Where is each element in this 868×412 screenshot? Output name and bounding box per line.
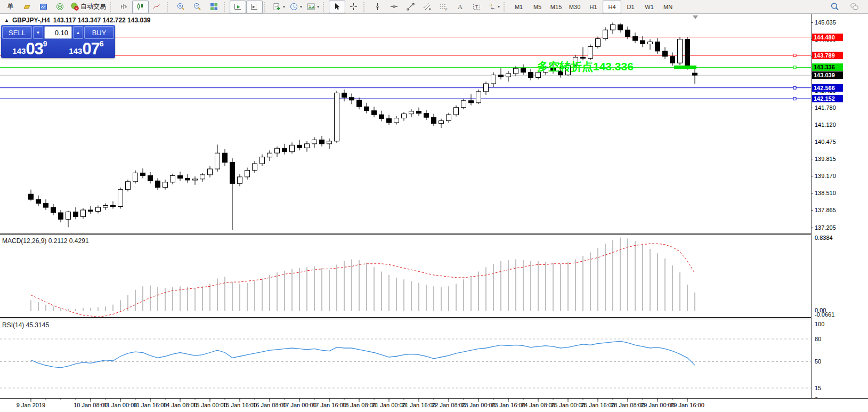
chat-icon[interactable] — [846, 1, 863, 13]
tf-m5[interactable]: M5 — [528, 1, 547, 13]
level-price-badge: 143.336 — [812, 63, 843, 71]
crosshair-icon[interactable] — [345, 1, 362, 13]
svg-text:F: F — [445, 8, 448, 11]
tf-h4[interactable]: H4 — [603, 1, 621, 13]
rsi-scale-label: 15 — [815, 385, 821, 391]
tf-m30[interactable]: M30 — [565, 1, 584, 13]
symbol-title: GBPJPY-,H4 — [12, 17, 50, 24]
lot-spin-down-button[interactable]: ▼ — [33, 26, 43, 39]
level-price-badge: 144.480 — [812, 34, 843, 41]
macd-pane[interactable]: MACD(12,26,9) 0.2112 0.4291 — [0, 235, 811, 317]
time-axis-label: 9 Jan 2019 — [17, 402, 45, 408]
level-price-badge: 143.789 — [812, 52, 843, 59]
price-tick — [811, 193, 813, 193]
time-axis-label: 15 Jan 16:00 — [223, 402, 257, 408]
sell-price-display[interactable]: 143039 — [2, 40, 58, 57]
price-tick-label: 140.475 — [815, 139, 836, 145]
svg-text:E: E — [429, 7, 431, 11]
chart-ohlc-header: ▲ GBPJPY-,H4 143.117 143.347 142.722 143… — [4, 17, 150, 24]
tf-m1[interactable]: M1 — [509, 1, 528, 13]
price-tick — [811, 176, 813, 176]
trendline-icon[interactable] — [402, 1, 419, 13]
tile-windows-icon[interactable] — [206, 1, 222, 13]
zoom-out-icon[interactable] — [189, 1, 206, 13]
macd-chart — [0, 235, 811, 317]
candlestick-chart[interactable] — [0, 14, 811, 233]
cursor-icon[interactable] — [329, 1, 345, 13]
time-axis-label: 18 Jan 08:00 — [342, 402, 376, 408]
radar-icon[interactable] — [52, 1, 68, 13]
time-axis-label: 23 Jan 00:00 — [461, 402, 496, 408]
buy-button[interactable]: BUY — [84, 26, 114, 39]
sell-button[interactable]: SELL — [2, 26, 32, 39]
toolbar-groups: 单自动交易▾▾▾EFAT▾M1M5M15M30H1H4D1W1MN — [2, 1, 826, 13]
lot-spin-up-button[interactable]: ▲ — [73, 26, 83, 39]
toolbar-separator — [363, 2, 367, 12]
tf-w1[interactable]: W1 — [640, 1, 659, 13]
time-axis-label: 24 Jan 08:00 — [521, 402, 555, 408]
terminal-icon[interactable] — [35, 1, 52, 13]
macd-label: MACD(12,26,9) 0.2112 0.4291 — [2, 237, 89, 245]
macd-scale-min: -0.0661 — [815, 311, 834, 318]
level-price-badge: 142.152 — [812, 95, 843, 102]
horizontal-line-icon[interactable] — [386, 1, 402, 13]
price-tick — [811, 142, 813, 142]
bar-chart-icon[interactable] — [116, 1, 132, 13]
auto-scroll-icon[interactable] — [230, 1, 246, 13]
time-axis-label: 15 Jan 00:00 — [193, 402, 227, 408]
collapse-icon[interactable]: ▲ — [4, 18, 9, 23]
search-icon[interactable] — [826, 1, 843, 13]
rsi-chart — [0, 319, 811, 398]
time-axis-label: 21 Jan 16:00 — [402, 402, 436, 408]
new-order-button[interactable]: 单 — [2, 1, 19, 13]
autotrade-button[interactable]: 自动交易 — [68, 1, 108, 13]
rsi-scale-label: 80 — [815, 336, 821, 342]
indicators-icon[interactable]: ▾ — [270, 1, 287, 13]
main-chart-pane[interactable] — [0, 14, 811, 233]
time-axis-label: 28 Jan 08:00 — [611, 402, 645, 408]
time-axis-label: 25 Jan 00:00 — [551, 402, 585, 408]
text-icon[interactable]: A — [452, 1, 468, 13]
time-axis-label: 10 Jan 08:00 — [74, 402, 108, 408]
tf-h1[interactable]: H1 — [584, 1, 603, 13]
time-axis-label: 14 Jan 08:00 — [163, 402, 197, 408]
mt4-window: 单自动交易▾▾▾EFAT▾M1M5M15M30H1H4D1W1MN ▲ GBPJ… — [0, 0, 868, 412]
rsi-pane[interactable]: RSI(14) 45.3145 — [0, 319, 811, 398]
toolbar-separator — [167, 2, 170, 12]
tf-d1[interactable]: D1 — [621, 1, 640, 13]
rsi-scale-label: 100 — [815, 321, 824, 327]
label-icon[interactable]: T — [468, 1, 485, 13]
candle-chart-icon[interactable] — [132, 1, 149, 13]
templates-icon[interactable]: ▾ — [304, 1, 321, 13]
time-axis-label: 17 Jan 00:00 — [282, 402, 317, 408]
lot-size-input[interactable]: 0.10 — [44, 26, 72, 39]
gold-icon[interactable] — [19, 1, 35, 13]
price-axis[interactable]: 145.035144.390143.745143.085142.425141.7… — [811, 14, 868, 398]
price-tick — [811, 159, 813, 159]
channel-icon[interactable]: E — [419, 1, 435, 13]
chart-shift-icon[interactable] — [246, 1, 263, 13]
pivot-annotation-text[interactable]: 多空转折点143.336 — [537, 59, 634, 74]
price-tick-label: 141.120 — [815, 122, 836, 128]
pivot-highlight-box — [674, 66, 696, 69]
vertical-line-icon[interactable] — [369, 1, 386, 13]
time-axis[interactable]: 9 Jan 201910 Jan 08:0011 Jan 00:0011 Jan… — [0, 398, 868, 412]
tf-m15[interactable]: M15 — [547, 1, 565, 13]
macd-scale-max: 0.8384 — [815, 235, 833, 241]
time-axis-label: 17 Jan 16:00 — [312, 402, 346, 408]
toolbar: 单自动交易▾▾▾EFAT▾M1M5M15M30H1H4D1W1MN — [0, 0, 868, 14]
line-chart-icon[interactable] — [149, 1, 165, 13]
toolbar-separator — [323, 2, 326, 12]
fibonacci-icon[interactable]: F — [435, 1, 452, 13]
tf-mn[interactable]: MN — [659, 1, 677, 13]
shapes-icon[interactable]: ▾ — [485, 1, 502, 13]
price-tick — [811, 210, 813, 211]
svg-text:T: T — [475, 4, 478, 10]
price-tick — [811, 108, 813, 108]
zoom-in-icon[interactable] — [173, 1, 189, 13]
buy-price-display[interactable]: 143076 — [59, 40, 114, 57]
sell-price-big: 03 — [26, 41, 43, 57]
sell-price-prefix: 143 — [12, 45, 26, 57]
toolbar-right — [826, 1, 863, 13]
periods-icon[interactable]: ▾ — [287, 1, 304, 13]
